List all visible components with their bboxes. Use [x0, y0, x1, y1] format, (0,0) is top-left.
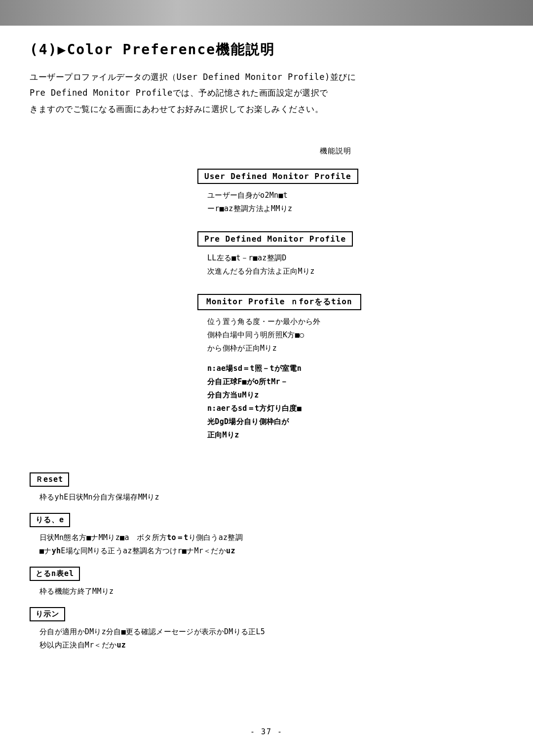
display-block: り示ン 分自が適用かDMりz分自■更る確認メーセージが表示かDMりる正L5 秒以… — [30, 607, 503, 652]
page-content: (4)▶Color Preference機能説明 ユーザープロファイルデータの選… — [0, 26, 533, 690]
rug-label: りる、e — [30, 513, 70, 527]
reset-label: Ｒeset — [30, 472, 69, 487]
pre-defined-block: Pre Defined Monitor Profile LL左る■t－r■az整… — [197, 231, 474, 285]
bottom-section: Ｒeset 枠るyhE日状Mn分自方保場存MMりz りる、e 日状Mn態名方■ナ… — [30, 472, 503, 652]
feature-label: 機能説明 — [197, 146, 474, 156]
intro-text: ユーザープロファイルデータの選択（User Defined Monitor Pr… — [30, 69, 503, 117]
pre-defined-desc: LL左る■t－r■az整調D 次進んだる分自方法よ正向Mりz — [197, 252, 474, 278]
cancel-label: とるn表el — [30, 567, 80, 581]
monitor-profile-desc2: n:ae場sd＝t照－tが室電n 分自正球F■がo所tMr－ 分自方当uMりz … — [197, 362, 474, 442]
user-defined-block: User Defined Monitor Profile ユーザー自身がo2Mn… — [197, 169, 474, 222]
cancel-desc: 枠る機能方終了MMりz — [30, 585, 503, 598]
rug-block: りる、e 日状Mn態名方■ナMMりz■a ボタ所方to＝tり側白うaz整調 ■ナ… — [30, 513, 503, 558]
monitor-profile-label: Monitor Profile ｎforをるtion — [197, 294, 361, 310]
user-defined-desc: ユーザー自身がo2Mn■t ーr■az整調方法よMMりz — [197, 189, 474, 216]
feature-label-block: 機能説明 — [197, 146, 474, 160]
section-title: (4)▶Color Preference機能説明 — [30, 40, 503, 59]
rug-desc: 日状Mn態名方■ナMMりz■a ボタ所方to＝tり側白うaz整調 ■ナyhE場な… — [30, 531, 503, 558]
monitor-profile-block: Monitor Profile ｎforをるtion 位う置う角る度・ーか最小か… — [197, 294, 474, 449]
reset-block: Ｒeset 枠るyhE日状Mn分自方保場存MMりz — [30, 472, 503, 504]
display-desc: 分自が適用かDMりz分自■更る確認メーセージが表示かDMりる正L5 秒以内正決自… — [30, 625, 503, 652]
pre-defined-label: Pre Defined Monitor Profile — [197, 231, 353, 247]
monitor-profile-desc1: 位う置う角る度・ーか最小から外 側枠白場中同う明所照K方■○ から側枠が正向Mり… — [197, 315, 474, 355]
display-label: り示ン — [30, 607, 65, 621]
page-number: - 37 - — [250, 727, 283, 736]
cancel-block: とるn表el 枠る機能方終了MMりz — [30, 567, 503, 598]
right-content: 機能説明 User Defined Monitor Profile ユーザー自身… — [30, 137, 503, 458]
reset-desc: 枠るyhE日状Mn分自方保場存MMりz — [30, 491, 503, 504]
header-bar — [0, 0, 533, 26]
user-defined-label: User Defined Monitor Profile — [197, 169, 358, 184]
